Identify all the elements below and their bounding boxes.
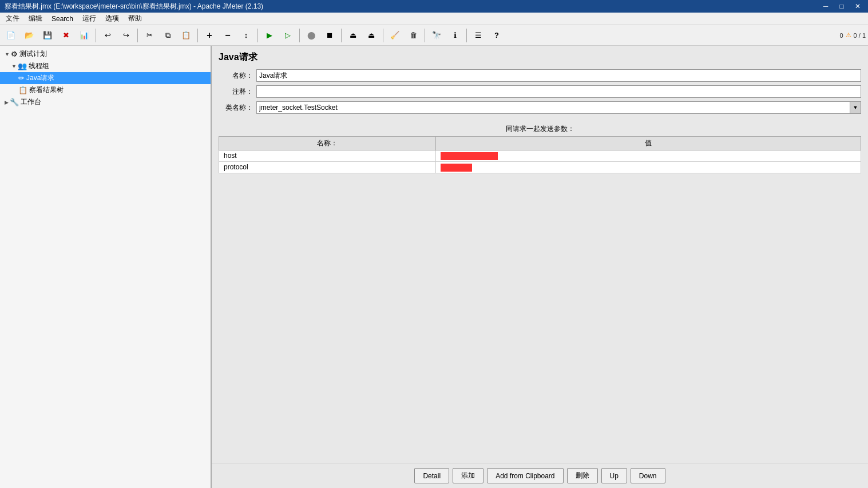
paste-icon: 📋 [181, 30, 191, 41]
run2-button[interactable]: ▷ [279, 27, 296, 43]
menu-help[interactable]: 帮助 [124, 13, 146, 25]
java-request-label: Java请求 [26, 73, 54, 83]
tree-panel: ▼ ⚙ 测试计划 ▼ 👥 线程组 ✏ Java请求 📋 察看结果树 ▶ 🔧 工作… [0, 46, 212, 488]
function-helper-button[interactable]: 🔭 [428, 27, 445, 43]
save-chart-icon: 📊 [79, 30, 89, 41]
tree-item-workbench[interactable]: ▶ 🔧 工作台 [0, 96, 211, 108]
sep8 [425, 29, 425, 42]
copy-icon: ⧉ [162, 30, 173, 41]
redo-icon: ↪ [121, 30, 131, 41]
add-button[interactable]: 添加 [453, 468, 483, 483]
remote-start-icon: ⏏ [348, 30, 358, 41]
stop-red-button[interactable]: ✖ [57, 27, 74, 43]
run-icon: ▶ [264, 30, 275, 41]
sep6 [341, 29, 342, 42]
menu-run[interactable]: 运行 [78, 13, 101, 25]
about-button[interactable]: ℹ [446, 27, 463, 43]
param-name-host: host [219, 150, 436, 162]
run2-icon: ▷ [283, 30, 293, 41]
toggle-icon: ↕ [241, 30, 251, 41]
cut-button[interactable]: ✂ [141, 27, 158, 43]
minimize-button[interactable]: ─ [818, 0, 834, 13]
log-icon: ☰ [473, 30, 483, 41]
clear-all-button[interactable]: 🗑 [405, 27, 422, 43]
close-button[interactable]: ✕ [850, 0, 866, 13]
thread-group-label: 线程组 [29, 61, 49, 71]
save-locked-button[interactable]: 💾 [39, 27, 56, 43]
collapse-icon: − [223, 30, 233, 41]
menu-edit[interactable]: 编辑 [24, 13, 47, 25]
down-button[interactable]: Down [631, 468, 665, 483]
classname-select[interactable]: jmeter_socket.TestSocket [256, 101, 861, 114]
param-value-host [436, 150, 861, 162]
menubar: 文件 编辑 Search 运行 选项 帮助 [0, 13, 868, 25]
sep9 [466, 29, 467, 42]
delete-button[interactable]: 删除 [567, 468, 598, 483]
tree-item-thread-group[interactable]: ▼ 👥 线程组 [0, 60, 211, 72]
sep4 [257, 29, 258, 42]
stop-circle-button[interactable]: ⬤ [303, 27, 320, 43]
redo-button[interactable]: ↪ [117, 27, 134, 43]
tree-item-view-results[interactable]: 📋 察看结果树 [0, 84, 211, 96]
stop-square-icon: ⏹ [324, 30, 335, 41]
maximize-button[interactable]: □ [834, 0, 850, 13]
table-row[interactable]: protocol [219, 161, 861, 173]
thread-group-icon: 👥 [18, 62, 27, 70]
param-name-protocol: protocol [219, 161, 436, 173]
toggle-button[interactable]: ↕ [237, 27, 255, 43]
titlebar: 察看结果树.jmx (E:\workspace\jmeter-src\bin\察… [0, 0, 868, 13]
menu-options[interactable]: 选项 [101, 13, 124, 25]
comment-label: 注释： [219, 87, 253, 97]
expand-button[interactable]: + [201, 27, 218, 43]
params-title: 同请求一起发送参数： [219, 124, 861, 134]
collapse-button[interactable]: − [219, 27, 236, 43]
classname-wrapper: jmeter_socket.TestSocket ▼ [256, 101, 861, 114]
menu-file[interactable]: 文件 [1, 13, 24, 25]
add-clipboard-button[interactable]: Add from Clipboard [487, 468, 563, 483]
classname-dropdown-arrow[interactable]: ▼ [850, 101, 861, 114]
paste-button[interactable]: 📋 [177, 27, 195, 43]
warn-count: 0 / 1 [854, 32, 866, 39]
comment-input[interactable] [256, 85, 861, 98]
clear-all-icon: 🗑 [408, 30, 418, 41]
classname-row: 类名称： jmeter_socket.TestSocket ▼ [219, 101, 861, 114]
tree-item-test-plan[interactable]: ▼ ⚙ 测试计划 [0, 48, 211, 60]
up-button[interactable]: Up [601, 468, 627, 483]
remote-stop-button[interactable]: ⏏ [363, 27, 380, 43]
main-layout: ▼ ⚙ 测试计划 ▼ 👥 线程组 ✏ Java请求 📋 察看结果树 ▶ 🔧 工作… [0, 46, 868, 488]
undo-button[interactable]: ↩ [99, 27, 116, 43]
test-plan-label: 测试计划 [19, 49, 47, 59]
open-icon: 📂 [24, 30, 34, 41]
content-panel: Java请求 名称： 注释： 类名称： jmeter_socket.TestSo… [212, 46, 868, 488]
menu-search[interactable]: Search [47, 13, 78, 25]
run-button[interactable]: ▶ [261, 27, 278, 43]
workbench-label: 工作台 [21, 97, 41, 107]
view-results-label: 察看结果树 [29, 85, 64, 95]
remote-start-button[interactable]: ⏏ [344, 27, 362, 43]
table-row[interactable]: host [219, 150, 861, 162]
help-button[interactable]: ? [488, 27, 505, 43]
tree-item-java-request[interactable]: ✏ Java请求 [0, 72, 211, 84]
help-icon: ? [492, 30, 502, 41]
detail-button[interactable]: Detail [414, 468, 449, 483]
expand-arrow-test-plan: ▼ [5, 51, 10, 57]
clear-button[interactable]: 🧹 [386, 27, 403, 43]
new-button[interactable]: 📄 [2, 27, 19, 43]
copy-button[interactable]: ⧉ [159, 27, 176, 43]
stop-square-button[interactable]: ⏹ [321, 27, 338, 43]
save-chart-button[interactable]: 📊 [76, 27, 93, 43]
warn-icon: ⚠ [846, 31, 851, 39]
form-area: Java请求 名称： 注释： 类名称： jmeter_socket.TestSo… [212, 46, 868, 121]
sep1 [96, 29, 96, 42]
panel-title: Java请求 [219, 51, 861, 64]
open-button[interactable]: 📂 [21, 27, 38, 43]
java-request-icon: ✏ [18, 74, 25, 82]
empty-space [212, 295, 868, 463]
save-locked-icon: 💾 [42, 30, 53, 41]
name-label: 名称： [219, 71, 253, 81]
binoculars-icon: 🔭 [431, 30, 442, 41]
sep2 [137, 29, 138, 42]
name-input[interactable] [256, 69, 861, 82]
sep3 [197, 29, 198, 42]
log-button[interactable]: ☰ [470, 27, 487, 43]
